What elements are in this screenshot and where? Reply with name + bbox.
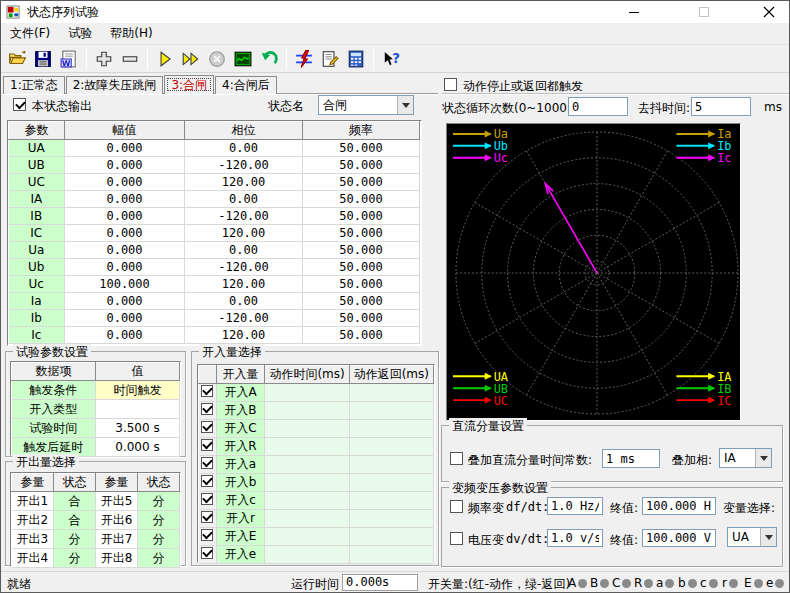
run-fast-button[interactable]: [178, 46, 204, 72]
add-button[interactable]: [91, 46, 117, 72]
output-state-cell[interactable]: 分: [54, 530, 96, 549]
dvdt-input[interactable]: [547, 529, 603, 547]
amplitude-cell[interactable]: 0.000: [65, 140, 185, 157]
run-button[interactable]: [152, 46, 178, 72]
maximize-button[interactable]: [682, 1, 727, 23]
amplitude-cell[interactable]: 0.000: [65, 157, 185, 174]
menu-item-1[interactable]: 试验: [59, 23, 101, 44]
output-state-cell[interactable]: 分: [138, 511, 180, 530]
tab-2[interactable]: 2:故障失压跳闸: [66, 76, 164, 94]
open-button[interactable]: [4, 46, 30, 72]
tab-1[interactable]: 1:正常态: [3, 76, 65, 94]
close-button[interactable]: [746, 1, 790, 23]
remove-button[interactable]: [117, 46, 143, 72]
amplitude-cell[interactable]: 0.000: [65, 310, 185, 327]
waveform-button[interactable]: [230, 46, 256, 72]
input-checkbox[interactable]: [201, 421, 213, 433]
value-cell[interactable]: 3.500 s: [96, 419, 180, 438]
input-check-cell[interactable]: [199, 438, 217, 456]
dc-superpose-checkbox[interactable]: [450, 452, 463, 465]
state-name-combobox[interactable]: 合闸: [318, 95, 414, 115]
amplitude-cell[interactable]: 0.000: [65, 174, 185, 191]
input-check-cell[interactable]: [199, 492, 217, 510]
stop-button[interactable]: [204, 46, 230, 72]
output-state-cell[interactable]: 分: [138, 492, 180, 511]
action-trigger-checkbox[interactable]: [444, 78, 457, 91]
loop-count-input[interactable]: [568, 97, 628, 116]
export-word-button[interactable]: W: [56, 46, 82, 72]
chevron-down-icon[interactable]: [755, 449, 771, 467]
phase-cell[interactable]: -120.00: [185, 310, 303, 327]
minimize-button[interactable]: [612, 1, 657, 23]
output-state-cell[interactable]: 合: [54, 511, 96, 530]
volt-change-checkbox[interactable]: [450, 532, 463, 545]
input-check-cell[interactable]: [199, 384, 217, 402]
amplitude-cell[interactable]: 0.000: [65, 225, 185, 242]
time-constant-input[interactable]: [602, 449, 660, 468]
input-checkbox[interactable]: [201, 511, 213, 523]
input-checkbox[interactable]: [201, 493, 213, 505]
undo-button[interactable]: [256, 46, 282, 72]
dfdt-input[interactable]: [547, 497, 603, 515]
volt-final-input[interactable]: [642, 529, 716, 547]
amplitude-cell[interactable]: 0.000: [65, 208, 185, 225]
input-checkbox[interactable]: [201, 457, 213, 469]
tab-3[interactable]: 3:合闸: [164, 75, 214, 94]
input-check-cell[interactable]: [199, 546, 217, 564]
frequency-cell[interactable]: 50.000: [303, 191, 420, 208]
frequency-cell[interactable]: 50.000: [303, 157, 420, 174]
menu-item-2[interactable]: 帮助(H): [101, 23, 161, 44]
phase-cell[interactable]: -120.00: [185, 157, 303, 174]
output-state-cell[interactable]: 分: [138, 530, 180, 549]
report-button[interactable]: [317, 46, 343, 72]
output-state-cell[interactable]: 分: [138, 549, 180, 568]
debounce-input[interactable]: [691, 97, 751, 116]
calculator-button[interactable]: [343, 46, 369, 72]
freq-final-input[interactable]: [642, 497, 716, 515]
frequency-cell[interactable]: 50.000: [303, 259, 420, 276]
input-checkbox[interactable]: [201, 529, 213, 541]
input-check-cell[interactable]: [199, 528, 217, 546]
input-checkbox[interactable]: [201, 439, 213, 451]
help-button[interactable]: ?: [378, 46, 404, 72]
frequency-cell[interactable]: 50.000: [303, 140, 420, 157]
frequency-cell[interactable]: 50.000: [303, 225, 420, 242]
phase-cell[interactable]: 0.00: [185, 140, 303, 157]
phase-cell[interactable]: -120.00: [185, 259, 303, 276]
trigger-button[interactable]: [291, 46, 317, 72]
value-cell[interactable]: 时间触发: [96, 381, 180, 400]
value-cell[interactable]: [96, 400, 180, 419]
amplitude-cell[interactable]: 0.000: [65, 293, 185, 310]
frequency-cell[interactable]: 50.000: [303, 174, 420, 191]
phase-cell[interactable]: 0.00: [185, 242, 303, 259]
amplitude-cell[interactable]: 0.000: [65, 242, 185, 259]
input-checkbox[interactable]: [201, 547, 213, 559]
input-checkbox[interactable]: [201, 385, 213, 397]
phase-cell[interactable]: 120.00: [185, 327, 303, 344]
amplitude-cell[interactable]: 0.000: [65, 259, 185, 276]
frequency-cell[interactable]: 50.000: [303, 293, 420, 310]
input-checkbox[interactable]: [201, 475, 213, 487]
input-check-cell[interactable]: [199, 456, 217, 474]
amplitude-cell[interactable]: 100.000: [65, 276, 185, 293]
value-cell[interactable]: 0.000 s: [96, 438, 180, 457]
input-check-cell[interactable]: [199, 420, 217, 438]
input-check-cell[interactable]: [199, 474, 217, 492]
phase-cell[interactable]: -120.00: [185, 208, 303, 225]
phase-cell[interactable]: 0.00: [185, 293, 303, 310]
var-select-combobox[interactable]: UA: [727, 527, 777, 547]
phase-cell[interactable]: 120.00: [185, 276, 303, 293]
amplitude-cell[interactable]: 0.000: [65, 191, 185, 208]
phase-cell[interactable]: 0.00: [185, 191, 303, 208]
amplitude-cell[interactable]: 0.000: [65, 327, 185, 344]
freq-change-checkbox[interactable]: [450, 500, 463, 513]
output-state-cell[interactable]: 分: [54, 549, 96, 568]
input-check-cell[interactable]: [199, 402, 217, 420]
menu-item-0[interactable]: 文件(F): [1, 23, 59, 44]
input-check-cell[interactable]: [199, 510, 217, 528]
frequency-cell[interactable]: 50.000: [303, 327, 420, 344]
state-output-checkbox[interactable]: [13, 98, 26, 111]
frequency-cell[interactable]: 50.000: [303, 276, 420, 293]
chevron-down-icon[interactable]: [760, 528, 776, 546]
superpose-phase-combobox[interactable]: IA: [719, 448, 772, 468]
